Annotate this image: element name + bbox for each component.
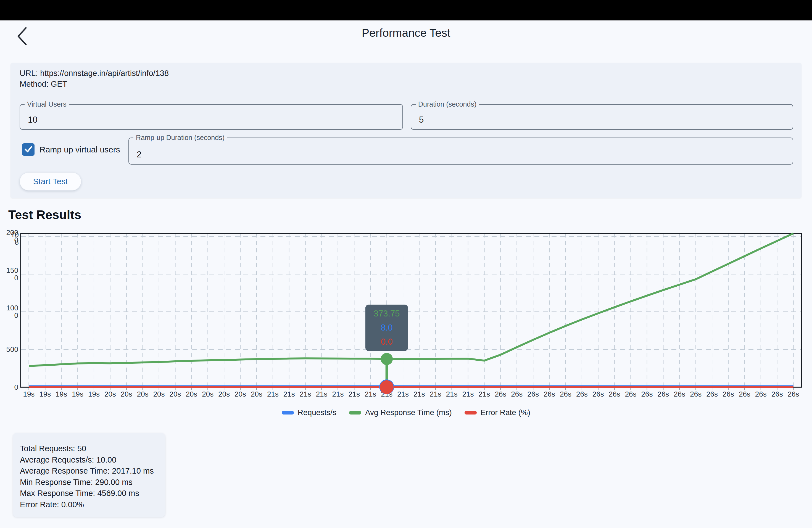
x-tick-label: 20s: [167, 390, 184, 398]
ramp-up-duration-value[interactable]: 2: [137, 150, 141, 160]
x-tick-label: 21s: [395, 390, 411, 398]
x-tick-label: 21s: [460, 390, 476, 398]
legend-item-1[interactable]: Avg Response Time (ms): [349, 408, 452, 417]
x-tick-label: 26s: [525, 390, 541, 398]
virtual-users-label: Virtual Users: [25, 101, 69, 108]
x-tick-label: 26s: [492, 390, 509, 398]
x-tick-label: 21s: [346, 390, 362, 398]
x-tick-label: 19s: [37, 390, 53, 398]
x-tick-label: 21s: [330, 390, 346, 398]
chart-tooltip: 373.758.00.0: [365, 305, 408, 351]
x-tick-label: 21s: [444, 390, 460, 398]
duration-label: Duration (seconds): [416, 101, 479, 108]
x-tick-label: 21s: [476, 390, 493, 398]
summary-line: Average Response Time: 2017.10 ms: [20, 465, 154, 476]
x-tick-label: 21s: [427, 390, 444, 398]
x-tick-label: 26s: [687, 390, 704, 398]
x-tick-label: 21s: [378, 390, 395, 398]
x-tick-label: 26s: [623, 390, 639, 398]
x-tick-label: 26s: [704, 390, 720, 398]
legend-item-0[interactable]: Requests/s: [282, 408, 336, 417]
x-tick-label: 19s: [20, 390, 37, 398]
ramp-up-row: Ramp up virtual users: [22, 143, 120, 156]
x-tick-label: 20s: [216, 390, 232, 398]
x-tick-label: 26s: [671, 390, 688, 398]
summary-line: Min Response Time: 290.00 ms: [20, 476, 154, 488]
x-tick-label: 21s: [281, 390, 298, 398]
request-info: URL: https://onnstage.in/api/artist/info…: [19, 68, 169, 89]
results-chart[interactable]: 19s19s19s19s19s20s20s20s20s20s20s20s20s2…: [0, 229, 812, 406]
x-tick-label: 26s: [557, 390, 574, 398]
start-test-button[interactable]: Start Test: [19, 172, 81, 191]
legend-item-2[interactable]: Error Rate (%): [465, 408, 530, 417]
x-tick-label: 20s: [118, 390, 135, 398]
summary-line: Max Response Time: 4569.00 ms: [20, 488, 154, 499]
y-tick-label: 500: [0, 346, 18, 353]
x-tick-label: 26s: [574, 390, 590, 398]
app-window: Performance Test URL: https://onnstage.i…: [0, 0, 812, 528]
x-tick-label: 26s: [736, 390, 753, 398]
virtual-users-value[interactable]: 10: [28, 115, 37, 125]
x-tick-label: 20s: [248, 390, 265, 398]
x-tick-label: 26s: [606, 390, 623, 398]
legend-label: Avg Response Time (ms): [365, 408, 452, 417]
y-tick-label: 100 0: [0, 304, 18, 319]
x-tick-label: 20s: [102, 390, 118, 398]
x-tick-label: 26s: [508, 390, 525, 398]
summary-card: Total Requests: 50Average Requests/s: 10…: [13, 433, 165, 517]
x-tick-label: 21s: [314, 390, 330, 398]
x-tick-label: 20s: [134, 390, 151, 398]
legend-label: Requests/s: [298, 408, 336, 417]
ramp-up-checkbox-label: Ramp up virtual users: [40, 145, 120, 155]
ramp-up-duration-label: Ramp-up Duration (seconds): [133, 134, 227, 141]
legend-swatch: [465, 411, 477, 414]
y-tick-label: 0: [0, 384, 18, 391]
summary-line: Total Requests: 50: [20, 443, 154, 454]
x-tick-label: 26s: [720, 390, 737, 398]
x-tick-label: 21s: [265, 390, 281, 398]
duration-field[interactable]: Duration (seconds) 5: [411, 101, 793, 130]
legend-swatch: [282, 411, 294, 414]
x-tick-label: 26s: [639, 390, 655, 398]
y-tick-overlap-label: 10 8: [1, 231, 19, 246]
summary-line: Average Requests/s: 10.00: [20, 454, 154, 466]
x-tick-label: 26s: [769, 390, 785, 398]
tooltip-value: 373.75: [374, 309, 400, 319]
x-tick-label: 26s: [785, 390, 802, 398]
summary-line: Error Rate: 0.00%: [20, 499, 154, 510]
x-tick-label: 26s: [753, 390, 769, 398]
x-tick-label: 19s: [69, 390, 86, 398]
summary-text: Total Requests: 50Average Requests/s: 10…: [20, 443, 154, 510]
x-tick-label: 20s: [232, 390, 249, 398]
x-tick-label: 19s: [86, 390, 102, 398]
y-tick-label: 150 0: [0, 267, 18, 282]
x-tick-label: 26s: [655, 390, 671, 398]
tooltip-value: 0.0: [381, 337, 393, 347]
x-tick-label: 21s: [411, 390, 427, 398]
legend-swatch: [349, 411, 361, 414]
x-tick-label: 19s: [53, 390, 70, 398]
legend-label: Error Rate (%): [481, 408, 530, 417]
x-tick-label: 26s: [590, 390, 607, 398]
status-bar: [0, 0, 812, 20]
url-text: URL: https://onnstage.in/api/artist/info…: [19, 68, 169, 79]
duration-value[interactable]: 5: [419, 115, 424, 125]
x-tick-label: 20s: [151, 390, 168, 398]
x-tick-label: 21s: [297, 390, 314, 398]
test-config-panel: URL: https://onnstage.in/api/artist/info…: [11, 63, 801, 198]
chart-legend: Requests/s Avg Response Time (ms) Error …: [0, 408, 812, 417]
x-tick-label: 20s: [183, 390, 200, 398]
virtual-users-field[interactable]: Virtual Users 10: [19, 101, 403, 130]
x-tick-label: 21s: [362, 390, 379, 398]
page-title: Performance Test: [0, 27, 812, 40]
ramp-up-checkbox[interactable]: [22, 143, 34, 156]
results-title: Test Results: [8, 208, 81, 222]
checkmark-icon: [24, 145, 33, 155]
x-tick-label: 26s: [541, 390, 557, 398]
method-text: Method: GET: [19, 79, 169, 89]
tooltip-value: 8.0: [381, 323, 393, 333]
x-tick-label: 20s: [199, 390, 216, 398]
ramp-up-duration-field[interactable]: Ramp-up Duration (seconds) 2: [128, 134, 793, 165]
